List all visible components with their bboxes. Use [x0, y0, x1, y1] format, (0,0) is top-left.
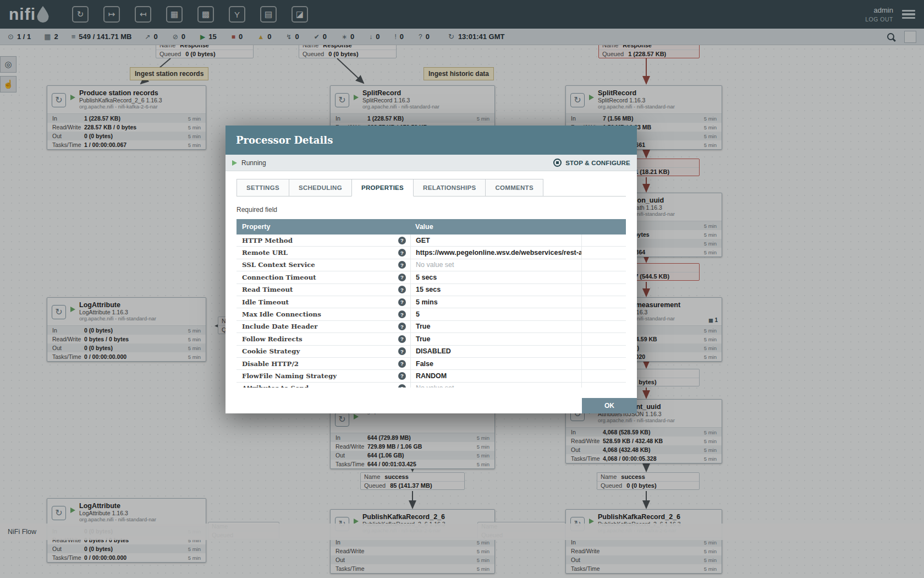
- properties-table-header: Property Value: [237, 219, 626, 235]
- help-icon[interactable]: ?: [398, 384, 406, 388]
- property-value: True: [410, 333, 582, 345]
- processor-details-dialog: Processor Details Running STOP & CONFIGU…: [226, 126, 637, 413]
- property-name: FlowFile Naming Strategy: [242, 372, 337, 380]
- help-icon[interactable]: ?: [398, 360, 406, 368]
- stop-configure-icon: [553, 159, 562, 167]
- property-name: Max Idle Connections: [242, 310, 321, 318]
- property-value: 5: [410, 308, 582, 320]
- property-name: Include Date Header: [242, 323, 317, 330]
- property-value: No value set: [410, 259, 582, 271]
- tab-properties[interactable]: PROPERTIES: [351, 179, 414, 197]
- property-row: FlowFile Naming Strategy? RANDOM: [237, 370, 626, 382]
- property-name: Connection Timeout: [242, 274, 316, 281]
- property-row: HTTP Method? GET: [237, 235, 626, 247]
- dialog-status-bar: Running STOP & CONFIGURE: [226, 155, 637, 171]
- property-row: Include Date Header? True: [237, 321, 626, 333]
- property-value: True: [410, 321, 582, 332]
- stop-and-configure-button[interactable]: STOP & CONFIGURE: [553, 159, 630, 167]
- property-value: RANDOM: [410, 370, 582, 381]
- property-value: 5 secs: [410, 271, 582, 283]
- properties-table-rows: HTTP Method? GET Remote URL? https://www…: [237, 235, 626, 388]
- tab-comments[interactable]: COMMENTS: [485, 179, 543, 197]
- help-icon[interactable]: ?: [398, 323, 406, 330]
- property-value: 15 secs: [410, 284, 582, 296]
- property-row: Read Timeout? 15 secs: [237, 284, 626, 296]
- property-value: False: [410, 358, 582, 369]
- tab-settings[interactable]: SETTINGS: [237, 179, 289, 197]
- dialog-tabs: SETTINGSSCHEDULINGPROPERTIESRELATIONSHIP…: [237, 179, 626, 197]
- tab-scheduling[interactable]: SCHEDULING: [289, 179, 352, 197]
- run-status-label: Running: [241, 159, 266, 167]
- property-row: SSL Context Service? No value set: [237, 259, 626, 271]
- property-value: https://www.pegelonline.wsv.de/webservic…: [410, 247, 582, 258]
- help-icon[interactable]: ?: [398, 274, 406, 281]
- help-icon[interactable]: ?: [398, 347, 406, 355]
- property-row: Attributes to Send? No value set: [237, 383, 626, 388]
- help-icon[interactable]: ?: [398, 237, 406, 244]
- ok-button[interactable]: OK: [582, 398, 637, 413]
- dialog-title-bar: Processor Details: [226, 126, 637, 155]
- dialog-title: Processor Details: [236, 134, 333, 146]
- help-icon[interactable]: ?: [398, 372, 406, 380]
- property-value: GET: [410, 235, 582, 246]
- property-row: Idle Timeout? 5 mins: [237, 296, 626, 308]
- property-name: Follow Redirects: [242, 335, 302, 343]
- property-value: 5 mins: [410, 296, 582, 308]
- help-icon[interactable]: ?: [398, 298, 406, 306]
- running-icon: [232, 160, 237, 166]
- value-column-header: Value: [410, 223, 626, 231]
- property-value: DISABLED: [410, 346, 582, 357]
- property-name: Remote URL: [242, 249, 288, 257]
- dialog-body: SETTINGSSCHEDULINGPROPERTIESRELATIONSHIP…: [226, 179, 637, 388]
- property-column-header: Property: [237, 223, 410, 231]
- property-row: Remote URL? https://www.pegelonline.wsv.…: [237, 247, 626, 259]
- property-name: Disable HTTP/2: [242, 360, 299, 368]
- property-name: Attributes to Send: [242, 384, 309, 388]
- property-row: Max Idle Connections? 5: [237, 308, 626, 320]
- help-icon[interactable]: ?: [398, 249, 406, 257]
- property-row: Connection Timeout? 5 secs: [237, 271, 626, 283]
- help-icon[interactable]: ?: [398, 310, 406, 318]
- property-name: Read Timeout: [242, 286, 293, 293]
- property-name: Cookie Strategy: [242, 347, 300, 355]
- properties-table: Property Value HTTP Method? GET Remote U…: [237, 219, 626, 388]
- help-icon[interactable]: ?: [398, 335, 406, 343]
- required-field-note: Required field: [237, 206, 626, 214]
- property-name: HTTP Method: [242, 237, 293, 244]
- property-value: No value set: [410, 383, 582, 388]
- property-row: Disable HTTP/2? False: [237, 358, 626, 370]
- help-icon[interactable]: ?: [398, 261, 406, 269]
- property-row: Cookie Strategy? DISABLED: [237, 346, 626, 358]
- tab-relationships[interactable]: RELATIONSHIPS: [413, 179, 486, 197]
- property-name: SSL Context Service: [242, 261, 315, 269]
- property-name: Idle Timeout: [242, 298, 289, 306]
- help-icon[interactable]: ?: [398, 286, 406, 293]
- property-row: Follow Redirects? True: [237, 333, 626, 345]
